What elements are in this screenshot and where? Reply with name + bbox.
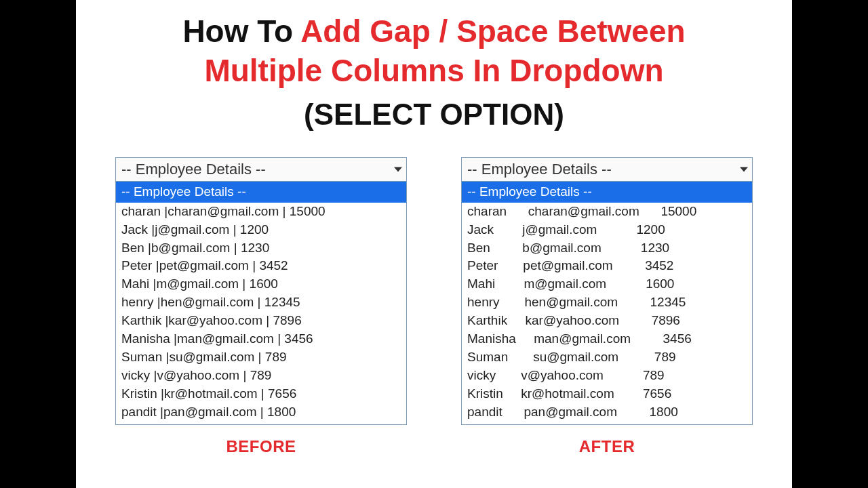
after-option-row[interactable]: pandit pan@gmail.com 1800 (462, 403, 752, 422)
chevron-down-icon (394, 167, 402, 171)
after-select-value: -- Employee Details -- (467, 161, 612, 178)
chevron-down-icon (740, 167, 748, 171)
before-option-row[interactable]: Kristin |kr@hotmail.com | 7656 (116, 385, 406, 403)
after-option-row[interactable]: Karthik kar@yahoo.com 7896 (462, 312, 752, 330)
before-option-row[interactable]: Peter |pet@gmail.com | 3452 (116, 257, 406, 275)
before-option-row[interactable]: pandit |pan@gmail.com | 1800 (116, 403, 406, 422)
before-option-row[interactable]: vicky |v@yahoo.com | 789 (116, 367, 406, 385)
after-option-list[interactable]: -- Employee Details -- charan charan@gma… (461, 182, 753, 426)
after-option-row[interactable]: Jack j@gmail.com 1200 (462, 221, 752, 239)
panels: -- Employee Details -- -- Employee Detai… (76, 133, 792, 456)
before-option-row[interactable]: Ben |b@gmail.com | 1230 (116, 239, 406, 258)
after-option-row[interactable]: Peter pet@gmail.com 3452 (462, 257, 752, 275)
before-select-value: -- Employee Details -- (121, 161, 266, 178)
before-option-row[interactable]: Suman |su@gmail.com | 789 (116, 348, 406, 367)
after-caption: AFTER (461, 437, 753, 456)
after-option-row[interactable]: charan charan@gmail.com 15000 (462, 203, 752, 221)
after-option-row[interactable]: Suman su@gmail.com 789 (462, 348, 752, 367)
after-option-row[interactable]: Manisha man@gmail.com 3456 (462, 330, 752, 348)
before-option-row[interactable]: Mahi |m@gmail.com | 1600 (116, 275, 406, 293)
before-panel: -- Employee Details -- -- Employee Detai… (115, 157, 407, 456)
title-howto: How To (182, 14, 300, 49)
after-option-row[interactable]: Kristin kr@hotmail.com 7656 (462, 385, 752, 403)
after-panel: -- Employee Details -- -- Employee Detai… (461, 157, 753, 456)
paren-close: ) (554, 98, 564, 131)
before-option-row[interactable]: Karthik |kar@yahoo.com | 7896 (116, 312, 406, 330)
paren-open: ( (304, 98, 314, 131)
select-option-text: SELECT OPTION (314, 98, 554, 131)
slide: How To Add Gap / Space Between Multiple … (76, 0, 792, 488)
before-option-row[interactable]: Manisha |man@gmail.com | 3456 (116, 330, 406, 348)
before-option-list[interactable]: -- Employee Details -- charan |charan@gm… (115, 182, 407, 426)
title-line-2: Multiple Columns In Dropdown (76, 52, 792, 91)
after-option-row[interactable]: Mahi m@gmail.com 1600 (462, 275, 752, 293)
title-red-a: Add Gap / Space Between (300, 14, 685, 49)
before-option-row[interactable]: henry |hen@gmail.com | 12345 (116, 293, 406, 312)
before-option-placeholder[interactable]: -- Employee Details -- (116, 182, 406, 203)
after-select-collapsed[interactable]: -- Employee Details -- (461, 157, 753, 182)
before-option-row[interactable]: Jack |j@gmail.com | 1200 (116, 221, 406, 239)
title-block: How To Add Gap / Space Between Multiple … (76, 0, 792, 133)
before-caption: BEFORE (115, 437, 407, 456)
title-line-1: How To Add Gap / Space Between (76, 12, 792, 52)
after-option-placeholder[interactable]: -- Employee Details -- (462, 182, 752, 203)
after-option-row[interactable]: Ben b@gmail.com 1230 (462, 239, 752, 258)
before-option-row[interactable]: charan |charan@gmail.com | 15000 (116, 203, 406, 221)
before-select-collapsed[interactable]: -- Employee Details -- (115, 157, 407, 182)
after-option-row[interactable]: henry hen@gmail.com 12345 (462, 293, 752, 312)
after-option-row[interactable]: vicky v@yahoo.com 789 (462, 367, 752, 385)
title-line-3: (SELECT OPTION) (76, 96, 792, 133)
